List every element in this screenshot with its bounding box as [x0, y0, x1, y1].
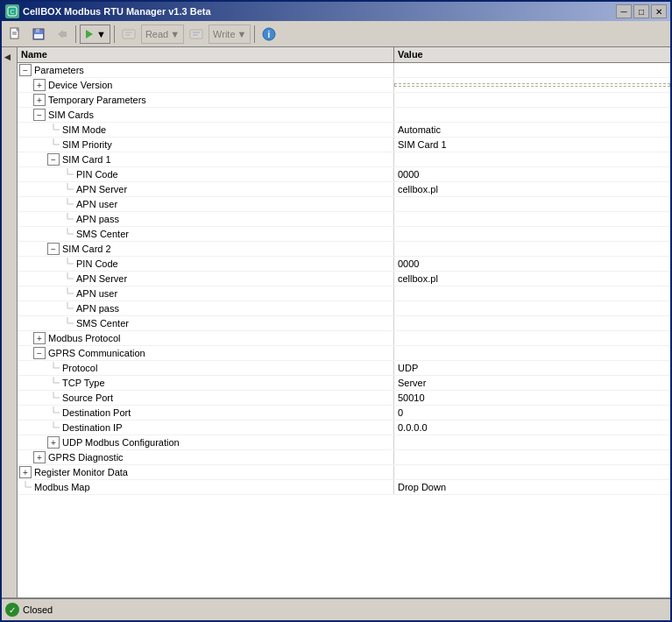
tree-cell-name-apn-pass-1: APN pass	[18, 212, 394, 226]
node-label-sim-cards: SIM Cards	[48, 110, 94, 120]
left-panel: ◄	[2, 47, 18, 597]
new-button[interactable]	[5, 24, 26, 45]
tree-cell-value-udp-modbus-config	[394, 442, 670, 443]
expander-button[interactable]: −	[47, 243, 60, 255]
tree-cell-value-pin-code-2: 0000	[394, 258, 670, 270]
tree-cell-value-temporary-params	[394, 99, 670, 101]
play-dropdown[interactable]: ▼	[80, 25, 110, 44]
tree-cell-value-device-version[interactable]	[394, 83, 670, 87]
expander-button[interactable]: +	[19, 466, 32, 478]
tree-cell-value-apn-pass-1	[394, 218, 670, 220]
tree-row[interactable]: ProtocolUDP	[18, 361, 670, 376]
tree-cell-name-gprs-diagnostic: +GPRS Diagnostic	[18, 450, 394, 464]
tree-cell-name-sim-priority: SIM Priority	[18, 138, 394, 152]
node-label-sim-priority: SIM Priority	[62, 139, 112, 150]
tree-cell-value-apn-server-2: cellbox.pl	[394, 272, 670, 285]
tree-row[interactable]: −SIM Cards	[18, 108, 670, 123]
left-arrow[interactable]: ◄	[3, 51, 13, 63]
tree-cell-value-register-monitor	[394, 471, 670, 473]
tree-cell-name-device-version: +Device Version	[18, 78, 394, 92]
tree-row[interactable]: SIM PrioritySIM Card 1	[18, 138, 670, 152]
tree-row[interactable]: Destination IP0.0.0.0	[18, 421, 670, 435]
expander-button[interactable]: +	[33, 94, 46, 106]
tree-line-connector	[61, 287, 74, 300]
tree-cell-name-udp-modbus-config: +UDP Modbus Configuration	[18, 435, 394, 449]
title-bar-left: C CellBOX Modbus RTU Manager v1.3 Beta	[5, 4, 211, 18]
tree-row[interactable]: +GPRS Diagnostic	[18, 450, 670, 465]
tree-row[interactable]: SMS Center	[18, 227, 670, 242]
tree-cell-value-sms-center-1	[394, 233, 670, 235]
tree-row[interactable]: −GPRS Communication	[18, 346, 670, 361]
tree-cell-name-protocol: Protocol	[18, 361, 394, 375]
node-label-sms-center-2: SMS Center	[76, 318, 129, 329]
tree-line-connector	[19, 481, 32, 493]
expander-button[interactable]: +	[47, 436, 60, 449]
tree-row[interactable]: APN pass	[18, 301, 670, 316]
back-button[interactable]	[51, 24, 72, 45]
title-bar: C CellBOX Modbus RTU Manager v1.3 Beta ─…	[2, 2, 670, 21]
save-button[interactable]	[28, 24, 49, 45]
maximize-button[interactable]: □	[633, 4, 649, 18]
tree-row[interactable]: APN Servercellbox.pl	[18, 272, 670, 286]
node-label-apn-pass-2: APN pass	[76, 303, 119, 314]
tree-line-connector	[61, 272, 74, 285]
tree-row[interactable]: Destination Port0	[18, 406, 670, 421]
tree-row[interactable]: +Device Version	[18, 78, 670, 93]
tree-cell-value-apn-user-1	[394, 203, 670, 205]
write-dropdown[interactable]: Write ▼	[209, 25, 251, 44]
expander-button[interactable]: −	[33, 109, 46, 121]
status-bar: ✓ Closed	[2, 597, 670, 620]
write-button-icon[interactable]	[186, 24, 207, 45]
expander-button[interactable]: −	[19, 64, 32, 76]
tree-line-connector	[61, 198, 74, 210]
tree-row[interactable]: Modbus MapDrop Down	[18, 480, 670, 495]
expander-button[interactable]: +	[33, 79, 46, 91]
tree-cell-name-sms-center-2: SMS Center	[18, 316, 394, 330]
tree-row[interactable]: PIN Code0000	[18, 257, 670, 272]
expander-button[interactable]: −	[47, 153, 60, 166]
minimize-button[interactable]: ─	[616, 4, 632, 18]
tree-row[interactable]: −SIM Card 1	[18, 152, 670, 167]
main-window: C CellBOX Modbus RTU Manager v1.3 Beta ─…	[0, 0, 672, 622]
expander-button[interactable]: +	[33, 332, 46, 344]
node-label-udp-modbus-config: UDP Modbus Configuration	[62, 437, 180, 448]
tree-row[interactable]: APN user	[18, 197, 670, 212]
tree-area[interactable]: −Parameters+Device Version+Temporary Par…	[18, 63, 670, 597]
tree-row[interactable]: +Register Monitor Data	[18, 465, 670, 480]
tree-row[interactable]: +UDP Modbus Configuration	[18, 435, 670, 450]
expander-button[interactable]: −	[33, 347, 46, 359]
title-buttons: ─ □ ✕	[616, 4, 667, 18]
tree-cell-name-apn-pass-2: APN pass	[18, 301, 394, 315]
tree-cell-value-apn-pass-2	[394, 307, 670, 309]
tree-cell-value-parameters	[394, 69, 670, 71]
tree-line-connector	[61, 183, 74, 195]
read-dropdown[interactable]: Read ▼	[141, 25, 184, 44]
tree-row[interactable]: APN user	[18, 286, 670, 301]
tree-line-connector	[61, 213, 74, 225]
tree-row[interactable]: APN Servercellbox.pl	[18, 182, 670, 197]
tree-row[interactable]: PIN Code0000	[18, 167, 670, 182]
node-label-device-version: Device Version	[48, 80, 112, 90]
tree-row[interactable]: −Parameters	[18, 63, 670, 78]
app-icon: C	[5, 4, 19, 18]
name-header: Name	[18, 47, 394, 62]
close-button[interactable]: ✕	[651, 4, 667, 18]
node-label-parameters: Parameters	[34, 65, 84, 75]
tree-row[interactable]: +Modbus Protocol	[18, 331, 670, 346]
tree-row[interactable]: SMS Center	[18, 316, 670, 331]
tree-row[interactable]: APN pass	[18, 212, 670, 227]
tree-row[interactable]: TCP TypeServer	[18, 376, 670, 391]
tree-row[interactable]: +Temporary Parameters	[18, 93, 670, 108]
tree-row[interactable]: −SIM Card 2	[18, 242, 670, 257]
info-button[interactable]: i	[258, 24, 279, 45]
tree-row[interactable]: SIM ModeAutomatic	[18, 123, 670, 138]
node-label-pin-code-2: PIN Code	[76, 258, 118, 269]
tree-line-connector	[47, 406, 60, 419]
tree-cell-name-source-port: Source Port	[18, 391, 394, 405]
status-text: Closed	[23, 604, 53, 615]
read-button-icon[interactable]	[118, 24, 139, 45]
node-label-temporary-params: Temporary Parameters	[48, 95, 146, 105]
read-label: Read	[145, 29, 168, 39]
expander-button[interactable]: +	[33, 451, 46, 463]
tree-row[interactable]: Source Port50010	[18, 391, 670, 406]
